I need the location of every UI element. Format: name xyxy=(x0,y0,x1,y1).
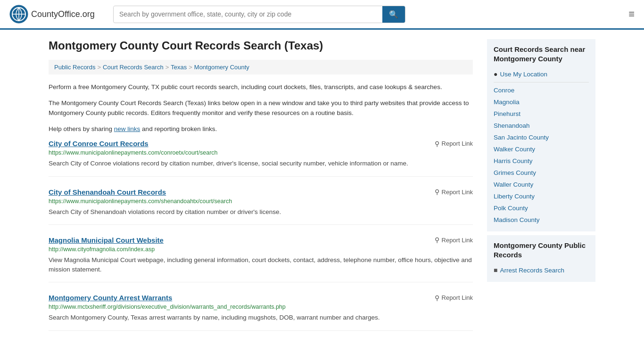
sidebar-section-1: Court Records Search near Montgomery Cou… xyxy=(487,39,595,231)
record-url-2: https://www.municipalonlinepayments.com/… xyxy=(49,198,473,205)
sidebar-item-shenandoah[interactable]: Shenandoah xyxy=(494,120,589,132)
record-url-4: http://www.mctxsheriff.org/divisions/exe… xyxy=(49,304,473,310)
record-desc-3: View Magnolia Municipal Court webpage, i… xyxy=(49,255,473,275)
report-link-3[interactable]: ⚲ Report Link xyxy=(435,236,473,244)
bullet-icon: ■ xyxy=(494,266,497,274)
report-icon-1: ⚲ xyxy=(435,140,439,148)
logo-area: CountyOffice.org xyxy=(9,5,104,24)
sidebar: Court Records Search near Montgomery Cou… xyxy=(487,39,595,342)
breadcrumb-public-records[interactable]: Public Records xyxy=(54,64,95,71)
sidebar-item-arrest-records[interactable]: ■ Arrest Records Search xyxy=(494,264,589,276)
sidebar-section-2-title: Montgomery County Public Records xyxy=(494,241,589,259)
record-card-4: Montgomery County Arrest Warrants ⚲ Repo… xyxy=(49,294,473,330)
record-title-4[interactable]: Montgomery County Arrest Warrants xyxy=(49,294,172,302)
sidebar-item-magnolia[interactable]: Magnolia xyxy=(494,96,589,108)
sidebar-use-my-location[interactable]: ● Use My Location xyxy=(494,68,589,80)
search-button[interactable]: 🔍 xyxy=(382,6,405,23)
breadcrumb-court-records-search[interactable]: Court Records Search xyxy=(103,64,164,71)
record-url-1: https://www.municipalonlinepayments.com/… xyxy=(49,149,473,156)
page-title: Montgomery County Court Records Search (… xyxy=(49,39,473,52)
record-title-1[interactable]: City of Conroe Court Records xyxy=(49,140,149,148)
description-3: Help others by sharing new links and rep… xyxy=(49,124,473,134)
sidebar-item-waller-county[interactable]: Waller County xyxy=(494,179,589,190)
record-card-3: Magnolia Municipal Court Website ⚲ Repor… xyxy=(49,236,473,283)
record-card-2: City of Shenandoah Court Records ⚲ Repor… xyxy=(49,188,473,225)
content-area: Montgomery County Court Records Search (… xyxy=(49,39,473,342)
records-list: City of Conroe Court Records ⚲ Report Li… xyxy=(49,140,473,330)
record-card-1: City of Conroe Court Records ⚲ Report Li… xyxy=(49,140,473,176)
sidebar-item-harris-county[interactable]: Harris County xyxy=(494,155,589,167)
report-link-4[interactable]: ⚲ Report Link xyxy=(435,294,473,302)
sidebar-item-san-jacinto-county[interactable]: San Jacinto County xyxy=(494,132,589,143)
main-container: Montgomery County Court Records Search (… xyxy=(39,30,605,352)
report-icon-3: ⚲ xyxy=(435,236,439,244)
use-my-location-link[interactable]: Use My Location xyxy=(500,71,547,78)
search-icon: 🔍 xyxy=(389,10,398,18)
record-desc-2: Search City of Shenandoah violations rec… xyxy=(49,207,473,217)
report-link-2[interactable]: ⚲ Report Link xyxy=(435,188,473,196)
report-link-1[interactable]: ⚲ Report Link xyxy=(435,140,473,148)
logo-icon xyxy=(9,5,28,24)
sidebar-section-1-title: Court Records Search near Montgomery Cou… xyxy=(494,45,589,63)
record-title-2[interactable]: City of Shenandoah Court Records xyxy=(49,188,166,196)
sidebar-section-2: Montgomery County Public Records ■ Arres… xyxy=(487,235,595,282)
sidebar-item-grimes-county[interactable]: Grimes County xyxy=(494,167,589,179)
search-bar: 🔍 xyxy=(113,6,405,23)
description-1: Perform a free Montgomery County, TX pub… xyxy=(49,82,473,92)
location-pin-icon: ● xyxy=(494,70,497,78)
description-2: The Montgomery County Court Records Sear… xyxy=(49,98,473,118)
sidebar-item-conroe[interactable]: Conroe xyxy=(494,84,589,96)
breadcrumb: Public Records > Court Records Search > … xyxy=(49,60,473,74)
sidebar-item-walker-county[interactable]: Walker County xyxy=(494,143,589,155)
report-icon-2: ⚲ xyxy=(435,188,439,196)
sidebar-item-madison-county[interactable]: Madison County xyxy=(494,214,589,226)
record-url-3: http://www.cityofmagnolia.com/index.asp xyxy=(49,246,473,253)
sidebar-divider-1 xyxy=(494,82,589,82)
site-header: CountyOffice.org 🔍 ≡ xyxy=(0,0,644,30)
menu-icon[interactable]: ≡ xyxy=(628,8,635,20)
sidebar-item-liberty-county[interactable]: Liberty County xyxy=(494,190,589,202)
report-icon-4: ⚲ xyxy=(435,294,439,302)
record-desc-4: Search Montgomery County, Texas arrest w… xyxy=(49,313,473,322)
record-title-3[interactable]: Magnolia Municipal Court Website xyxy=(49,236,164,244)
logo-text: CountyOffice.org xyxy=(31,9,95,19)
breadcrumb-montgomery-county[interactable]: Montgomery County xyxy=(194,64,249,71)
new-links-link[interactable]: new links xyxy=(114,125,140,132)
sidebar-item-polk-county[interactable]: Polk County xyxy=(494,202,589,214)
record-desc-1: Search City of Conroe violations record … xyxy=(49,159,473,168)
search-input[interactable] xyxy=(114,7,382,22)
breadcrumb-texas[interactable]: Texas xyxy=(171,64,187,71)
sidebar-item-pinehurst[interactable]: Pinehurst xyxy=(494,108,589,120)
